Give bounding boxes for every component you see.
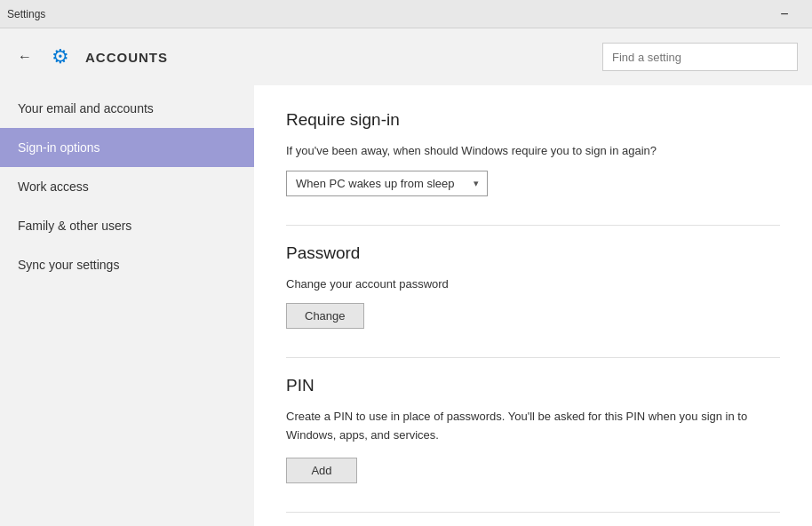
minimize-button[interactable]: − [764, 0, 805, 28]
sign-in-dropdown[interactable]: Never When PC wakes up from sleep After … [286, 171, 488, 196]
change-password-button[interactable]: Change [286, 303, 364, 329]
pin-title: PIN [286, 376, 780, 395]
content-area: Require sign-in If you've been away, whe… [254, 85, 812, 526]
title-bar: Settings − [0, 0, 812, 28]
back-button[interactable]: ← [14, 45, 36, 68]
app-container: ← ⚙ ACCOUNTS Your email and accounts Sig… [0, 28, 812, 526]
title-bar-controls: − [764, 0, 805, 28]
sign-in-dropdown-wrapper: Never When PC wakes up from sleep After … [286, 171, 488, 196]
sidebar: Your email and accounts Sign-in options … [0, 85, 254, 526]
sidebar-item-family-other[interactable]: Family & other users [0, 206, 254, 245]
pin-description: Create a PIN to use in place of password… [286, 408, 780, 445]
require-sign-in-section: Require sign-in If you've been away, whe… [286, 110, 780, 196]
header: ← ⚙ ACCOUNTS [0, 28, 812, 85]
password-title: Password [286, 243, 780, 263]
window-title: Settings [7, 8, 45, 20]
sidebar-item-work-access[interactable]: Work access [0, 167, 254, 206]
require-sign-in-description: If you've been away, when should Windows… [286, 142, 780, 160]
body: Your email and accounts Sign-in options … [0, 85, 812, 526]
pin-section: PIN Create a PIN to use in place of pass… [286, 376, 780, 483]
sidebar-item-sync-settings[interactable]: Sync your settings [0, 245, 254, 284]
sidebar-item-sign-in-options[interactable]: Sign-in options [0, 128, 254, 167]
gear-icon: ⚙ [46, 43, 75, 71]
divider-2 [286, 357, 780, 358]
require-sign-in-title: Require sign-in [286, 110, 780, 130]
sidebar-item-email-accounts[interactable]: Your email and accounts [0, 89, 254, 128]
header-left: ← ⚙ ACCOUNTS [14, 43, 168, 71]
title-bar-left: Settings [7, 8, 45, 20]
app-title: ACCOUNTS [85, 50, 168, 65]
search-input[interactable] [602, 43, 798, 71]
divider-1 [286, 225, 780, 226]
password-description: Change your account password [286, 275, 780, 293]
divider-3 [286, 512, 780, 513]
add-pin-button[interactable]: Add [286, 458, 357, 483]
password-section: Password Change your account password Ch… [286, 243, 780, 330]
